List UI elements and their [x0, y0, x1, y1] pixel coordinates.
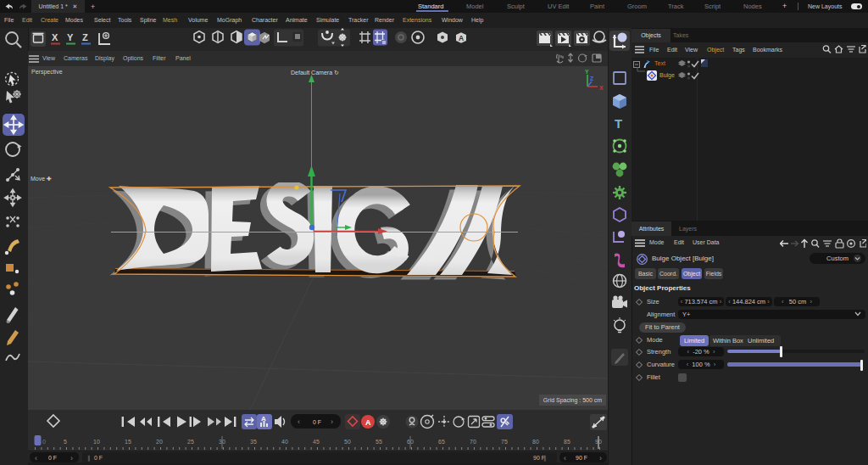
svg-text:40: 40 — [281, 439, 288, 445]
svg-text:0 F: 0 F — [313, 419, 321, 425]
svg-text:10: 10 — [93, 439, 100, 445]
svg-text:A: A — [365, 418, 371, 427]
svg-text:X: X — [599, 85, 604, 91]
svg-text:Y: Y — [585, 69, 589, 75]
svg-text:50: 50 — [344, 439, 351, 445]
svg-text:T: T — [615, 116, 622, 131]
svg-text:A: A — [459, 34, 464, 42]
svg-text:‹: ‹ — [298, 417, 300, 426]
svg-text:85: 85 — [564, 439, 570, 445]
svg-text:∥: ∥ — [87, 455, 91, 462]
svg-text:5: 5 — [64, 439, 67, 445]
svg-text:0 F: 0 F — [48, 455, 57, 461]
svg-text:90 F: 90 F — [576, 455, 587, 461]
svg-text:∥: ∥ — [543, 455, 547, 462]
svg-text:45: 45 — [313, 439, 320, 445]
svg-text:75: 75 — [501, 439, 508, 445]
svg-text:25: 25 — [187, 439, 194, 445]
svg-text:65: 65 — [438, 439, 445, 445]
svg-text:›: › — [331, 417, 333, 426]
svg-text:Y: Y — [67, 32, 74, 42]
svg-text:›: › — [599, 454, 602, 462]
svg-text:›: › — [70, 454, 73, 462]
svg-text:35: 35 — [250, 439, 257, 445]
svg-text:20: 20 — [156, 439, 163, 445]
svg-text:55: 55 — [376, 439, 382, 445]
svg-text:Z: Z — [590, 76, 594, 81]
svg-text:‹: ‹ — [35, 454, 37, 462]
svg-text:Z: Z — [82, 32, 88, 42]
svg-text:‹: ‹ — [564, 454, 566, 462]
svg-text:0 F: 0 F — [94, 455, 103, 461]
svg-text:70: 70 — [470, 439, 476, 445]
svg-text:15: 15 — [125, 439, 131, 445]
svg-text:X: X — [52, 32, 58, 42]
svg-text:0: 0 — [42, 439, 46, 445]
svg-text:80: 80 — [532, 439, 539, 445]
